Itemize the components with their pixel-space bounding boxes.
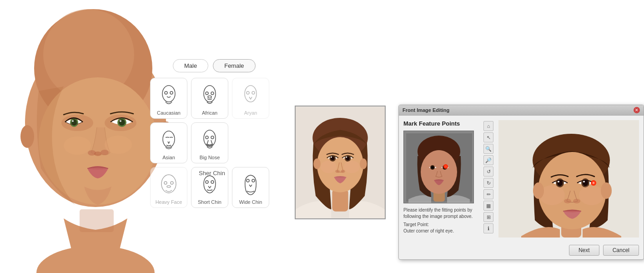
svg-point-55 bbox=[341, 170, 345, 173]
svg-point-43 bbox=[252, 179, 255, 182]
svg-point-9 bbox=[72, 120, 74, 122]
toolbar-zoomin-button[interactable]: 🔍 bbox=[483, 144, 493, 154]
caucasian-icon bbox=[157, 82, 181, 109]
svg-point-32 bbox=[163, 131, 175, 147]
toolbar-zoomout-button[interactable]: 🔎 bbox=[483, 155, 493, 165]
dialog-toolbar: ⌂ ↖ 🔍 🔎 ↺ ↻ ✏ ▦ ⊞ ℹ bbox=[482, 120, 495, 238]
svg-point-53 bbox=[346, 157, 347, 158]
dialog-body: Mark Feature Points bbox=[399, 116, 644, 242]
african-icon bbox=[198, 82, 221, 109]
caucasian-label: Caucasian bbox=[157, 110, 181, 116]
shortchin-label: Short Chin bbox=[198, 199, 221, 205]
front-image-editing-dialog: Front Image Editing ✕ Mark Feature Point… bbox=[398, 105, 644, 260]
svg-point-19 bbox=[64, 136, 91, 155]
dialog-instructions: Please identify the fitting points by fo… bbox=[403, 207, 478, 220]
svg-point-24 bbox=[170, 91, 173, 94]
face-type-widechin[interactable]: Wide Chin bbox=[232, 167, 269, 208]
svg-point-54 bbox=[335, 170, 340, 173]
svg-point-31 bbox=[252, 91, 255, 94]
svg-point-37 bbox=[164, 182, 167, 184]
sher-chin-label: Sher Chin bbox=[189, 170, 235, 177]
african-label: African bbox=[202, 110, 217, 116]
face-type-bignose[interactable]: Big Nose bbox=[191, 122, 228, 163]
gender-female-button[interactable]: Female bbox=[213, 59, 255, 72]
face-type-african[interactable]: African bbox=[191, 78, 228, 119]
svg-point-83 bbox=[573, 199, 580, 203]
svg-point-82 bbox=[564, 199, 571, 203]
aryan-label: Aryan bbox=[244, 110, 257, 116]
toolbar-pencil-button[interactable]: ✏ bbox=[483, 189, 493, 199]
cancel-button[interactable]: Cancel bbox=[603, 245, 639, 256]
svg-point-40 bbox=[206, 181, 208, 183]
widechin-label: Wide Chin bbox=[239, 199, 262, 205]
asian-label: Asian bbox=[162, 155, 175, 160]
svg-point-50 bbox=[331, 157, 332, 158]
dialog-title: Front Image Editing bbox=[402, 107, 449, 113]
photo-panel bbox=[295, 106, 386, 219]
svg-point-14 bbox=[101, 150, 109, 155]
toolbar-grid-button[interactable]: ▦ bbox=[483, 201, 493, 211]
svg-point-11 bbox=[119, 119, 125, 126]
dialog-face-small-preview bbox=[403, 131, 474, 203]
toolbar-cursor-button[interactable]: ↖ bbox=[483, 132, 493, 142]
dialog-target-value: Outer corner of right eye. bbox=[403, 228, 454, 233]
face-type-selector: Male Female Caucasian bbox=[150, 59, 282, 208]
dialog-close-button[interactable]: ✕ bbox=[634, 107, 640, 113]
toolbar-home-button[interactable]: ⌂ bbox=[483, 121, 493, 131]
svg-point-42 bbox=[247, 179, 249, 182]
svg-point-39 bbox=[167, 186, 171, 187]
svg-point-26 bbox=[206, 92, 208, 95]
svg-point-38 bbox=[171, 182, 173, 184]
face-type-grid: Caucasian African bbox=[150, 78, 282, 208]
dialog-target: Target Point: Outer corner of right eye. bbox=[403, 222, 478, 234]
bignose-icon bbox=[198, 126, 221, 154]
dialog-target-label: Target Point: bbox=[403, 222, 429, 227]
svg-point-90 bbox=[593, 182, 594, 184]
svg-point-15 bbox=[94, 152, 101, 156]
svg-point-66 bbox=[431, 166, 434, 169]
toolbar-rotateright-button[interactable]: ↻ bbox=[483, 178, 493, 188]
svg-point-70 bbox=[444, 165, 447, 168]
heavyface-label: Heavy Face bbox=[156, 199, 182, 205]
next-button[interactable]: Next bbox=[569, 245, 599, 256]
svg-rect-45 bbox=[332, 189, 348, 212]
heavyface-icon bbox=[157, 171, 181, 198]
asian-icon bbox=[157, 126, 181, 154]
svg-point-30 bbox=[247, 91, 249, 94]
svg-point-23 bbox=[165, 91, 167, 94]
face-type-heavyface[interactable]: Heavy Face bbox=[150, 167, 187, 208]
svg-point-22 bbox=[162, 86, 175, 102]
toolbar-layer-button[interactable]: ⊞ bbox=[483, 212, 493, 222]
svg-point-35 bbox=[211, 136, 214, 139]
face-type-asian[interactable]: Asian bbox=[150, 122, 187, 163]
svg-point-12 bbox=[120, 120, 121, 122]
gender-row: Male Female bbox=[150, 59, 282, 72]
svg-point-59 bbox=[360, 158, 367, 169]
svg-point-64 bbox=[421, 150, 457, 194]
svg-point-87 bbox=[601, 182, 612, 199]
toolbar-rotateleft-button[interactable]: ↺ bbox=[483, 167, 493, 177]
aryan-icon bbox=[239, 82, 262, 109]
svg-point-85 bbox=[579, 185, 604, 205]
face-type-aryan[interactable]: Aryan bbox=[232, 78, 269, 119]
face-type-caucasian[interactable]: Caucasian bbox=[150, 78, 187, 119]
dialog-main-image bbox=[498, 120, 639, 238]
svg-point-28 bbox=[208, 96, 211, 98]
dialog-titlebar: Front Image Editing ✕ bbox=[399, 105, 644, 116]
widechin-icon bbox=[239, 171, 262, 198]
gender-male-button[interactable]: Male bbox=[173, 59, 208, 72]
svg-point-36 bbox=[161, 175, 176, 193]
dialog-footer: Next Cancel bbox=[399, 242, 644, 259]
svg-point-58 bbox=[313, 158, 321, 169]
toolbar-info-button[interactable]: ℹ bbox=[483, 223, 493, 233]
svg-point-57 bbox=[344, 161, 360, 173]
svg-point-41 bbox=[211, 181, 214, 183]
svg-point-20 bbox=[105, 136, 132, 154]
dialog-main-view bbox=[498, 120, 639, 238]
svg-point-86 bbox=[533, 182, 544, 199]
svg-point-56 bbox=[321, 161, 337, 173]
svg-rect-21 bbox=[80, 209, 114, 232]
dialog-section-title: Mark Feature Points bbox=[403, 120, 478, 127]
svg-point-18 bbox=[20, 125, 34, 148]
svg-point-34 bbox=[206, 136, 208, 139]
